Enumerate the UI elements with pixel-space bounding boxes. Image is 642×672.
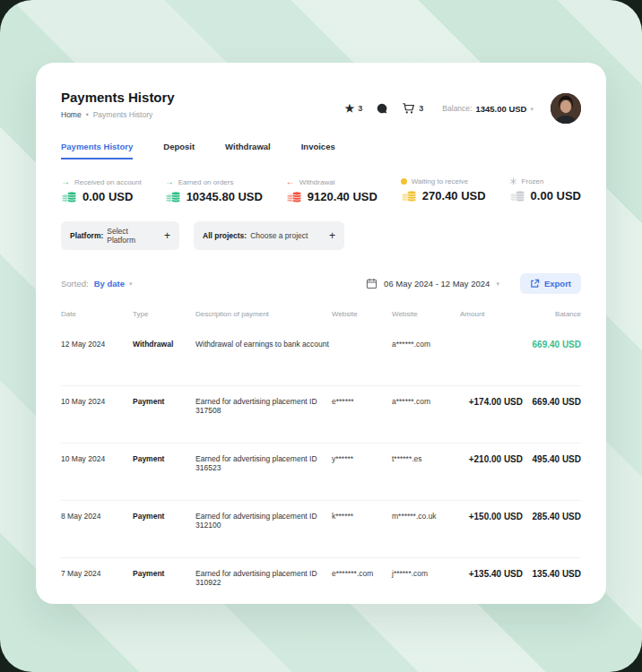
table-row: 12 May 2024 Withdrawal Withdrawal of ear…	[61, 329, 581, 386]
cart-count: 3	[419, 104, 423, 113]
cell-type: Payment	[133, 512, 195, 521]
cell-type: Payment	[133, 397, 195, 406]
star-icon: ★	[345, 103, 355, 114]
chevron-down-icon: ▾	[530, 106, 534, 112]
chevron-down-icon: ▾	[129, 280, 133, 287]
cell-date: 10 May 2024	[61, 454, 133, 463]
calendar-icon	[366, 278, 377, 289]
stat-value: 10345.80 USD	[187, 190, 263, 203]
cell-description: Earned for advertising placement ID 3175…	[195, 397, 332, 415]
favorites-button[interactable]: ★ 3	[345, 103, 363, 114]
date-range-picker[interactable]: 06 May 2024 - 12 May 2024 ▾	[366, 278, 499, 289]
cell-balance: 669.40 USD	[523, 397, 581, 407]
table-header: Date Type Description of payment Website…	[61, 310, 581, 329]
balance-label: Balance:	[442, 104, 472, 113]
cell-date: 12 May 2024	[61, 340, 133, 349]
column-header-type: Type	[133, 310, 195, 318]
tab-payments-history[interactable]: Payments History	[61, 142, 133, 159]
table-toolbar: Sorted: By date ▾ 06 May 2024 - 12 May 2…	[61, 273, 581, 294]
cell-description: Earned for advertising placement ID 3109…	[195, 569, 332, 587]
sort-selector[interactable]: By date	[94, 279, 125, 289]
avatar[interactable]	[551, 93, 581, 124]
stats-row: → Received on account 0.00 USD → Earned …	[61, 177, 581, 203]
favorites-count: 3	[358, 104, 362, 113]
cart-icon	[402, 102, 415, 115]
cell-type: Payment	[133, 569, 195, 578]
breadcrumb-home[interactable]: Home	[61, 110, 82, 119]
table-row: 8 May 2024 Payment Earned for advertisin…	[61, 501, 581, 558]
stat-frozen: Frozen 0.00 USD	[509, 177, 581, 203]
cell-website-1: k******	[332, 512, 392, 521]
breadcrumb: Home • Payments History	[61, 110, 175, 119]
projects-filter-value: Choose a project	[250, 231, 308, 240]
stat-waiting-to-receive: Waiting to receive 270.40 USD	[401, 177, 486, 203]
tab-invoices[interactable]: Invoices	[301, 142, 335, 159]
table-row: 10 May 2024 Payment Earned for advertisi…	[61, 444, 581, 501]
avatar-image	[551, 93, 581, 124]
card-header: Payments History Home • Payments History…	[61, 90, 581, 124]
stat-value: 0.00 USD	[531, 189, 581, 202]
breadcrumb-current: Payments History	[93, 110, 153, 119]
cell-date: 10 May 2024	[61, 397, 133, 406]
cell-balance: 135.40 USD	[523, 569, 581, 579]
cell-type: Payment	[133, 454, 195, 463]
column-header-date: Date	[61, 310, 133, 318]
export-button[interactable]: Export	[520, 273, 581, 294]
column-header-description: Description of payment	[195, 310, 332, 318]
cell-type: Withdrawal	[133, 340, 195, 349]
arrow-right-icon: →	[165, 177, 174, 186]
cell-amount: +174.00 USD	[460, 397, 523, 407]
coins-icon	[165, 190, 181, 203]
cell-amount: +150.00 USD	[460, 512, 523, 521]
cell-description: Withdrawal of earnings to bank account	[195, 340, 332, 349]
cell-website-1: y******	[332, 454, 392, 463]
platform-filter-label: Platform:	[70, 231, 103, 240]
stat-label: Withdrawal	[299, 178, 335, 186]
projects-filter-label: All projects:	[203, 231, 247, 240]
payments-table: Date Type Description of payment Website…	[61, 310, 581, 616]
cell-description: Earned for advertising placement ID 3165…	[195, 454, 332, 472]
table-row: 7 May 2024 Payment Earned for advertisin…	[61, 558, 581, 616]
column-header-amount: Amount	[460, 310, 523, 318]
page-title: Payments History	[61, 90, 175, 105]
cell-date: 8 May 2024	[61, 512, 133, 521]
cell-date: 7 May 2024	[61, 569, 133, 578]
plus-icon: +	[152, 229, 170, 242]
header-left: Payments History Home • Payments History	[61, 90, 175, 119]
stat-value: 9120.40 USD	[308, 190, 377, 203]
stat-label: Earned on orders	[178, 178, 234, 186]
column-header-website-2: Website	[392, 310, 460, 318]
cart-button[interactable]: 3	[402, 102, 423, 115]
stat-withdrawal: ← Withdrawal 9120.40 USD	[286, 177, 377, 203]
header-right: ★ 3 3 Balance: 1345.00 USD ▾	[345, 93, 581, 124]
messages-button[interactable]	[376, 102, 388, 115]
coins-icon	[401, 189, 417, 202]
cell-website-2: j******.com	[392, 569, 460, 578]
export-icon	[530, 279, 540, 289]
tab-bar: Payments History Deposit Withdrawal Invo…	[61, 142, 581, 159]
stat-label: Frozen	[522, 177, 544, 185]
plus-icon: +	[317, 229, 335, 242]
balance-menu[interactable]: Balance: 1345.00 USD ▾	[442, 104, 534, 114]
projects-filter[interactable]: All projects: Choose a project +	[194, 221, 344, 250]
breadcrumb-separator: •	[86, 110, 89, 119]
column-header-balance: Balance	[523, 310, 581, 318]
stat-label: Waiting to receive	[412, 177, 468, 185]
cell-balance: 285.40 USD	[523, 512, 581, 521]
platform-filter[interactable]: Platform: Select Platform +	[61, 221, 179, 250]
arrow-right-icon: →	[61, 177, 70, 186]
tab-withdrawal[interactable]: Withdrawal	[225, 142, 271, 159]
cell-balance: 669.40 USD	[523, 340, 581, 349]
filters-row: Platform: Select Platform + All projects…	[61, 221, 581, 250]
stat-earned-on-orders: → Earned on orders 10345.80 USD	[165, 177, 263, 203]
pending-dot-icon	[401, 178, 407, 185]
table-row: 10 May 2024 Payment Earned for advertisi…	[61, 386, 581, 444]
stat-value: 270.40 USD	[422, 189, 486, 202]
cell-website-2: m******.co.uk	[392, 512, 460, 521]
cell-website-2: a******.com	[392, 397, 460, 406]
arrow-left-icon: ←	[286, 177, 295, 186]
cell-website-2: t******.es	[392, 454, 460, 463]
date-range-value: 06 May 2024 - 12 May 2024	[384, 279, 490, 289]
tab-deposit[interactable]: Deposit	[163, 142, 195, 159]
coins-icon	[286, 190, 302, 203]
